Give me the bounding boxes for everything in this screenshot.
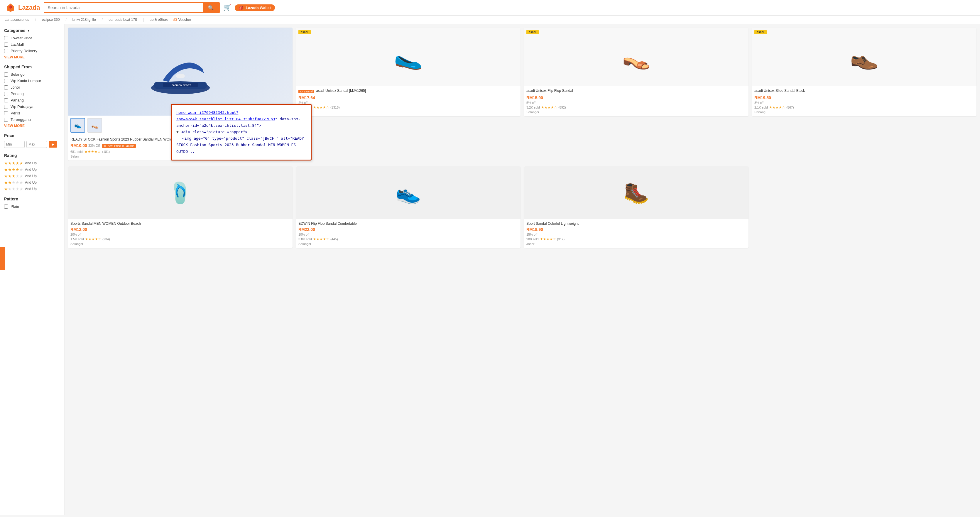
search-button[interactable]: 🔍 [203, 3, 219, 12]
checkbox-selangor[interactable] [4, 73, 8, 76]
product-location-3: Penang [754, 110, 974, 114]
code-url-link[interactable]: home-wear-i3769483343.html?spm=a2o4k.sea… [177, 110, 275, 121]
filter-location-wp-kuala-lumpur[interactable]: Wp Kuala Lumpur [4, 79, 60, 83]
filter-lazmall[interactable]: LazMall [4, 42, 60, 47]
rating-filter-1-stars[interactable]: ★★★★★And Up [4, 187, 60, 191]
product-discount-3: 8% off [754, 101, 974, 105]
product-location-2: Selangor [527, 110, 746, 114]
price-range: ▶ [4, 141, 60, 148]
product-name-3: asadi Unisex Slide Sandal Black [754, 89, 805, 93]
product-card-1[interactable]: asadi 🥿 4.4 LazMall asadi Unisex Sandal … [296, 28, 520, 116]
checkbox-pahang[interactable] [4, 98, 8, 102]
featured-product-stars: ★★★★☆ [84, 150, 101, 154]
checkbox-terengganu[interactable] [4, 118, 8, 122]
product-stars-bottom-4: ★★★★☆ [85, 237, 101, 241]
thumbnail-1[interactable]: 👟 [70, 118, 85, 133]
nav-link-eclipse[interactable]: eclipse 360 [42, 17, 60, 22]
product-sold-bottom-6: 980 sold [527, 237, 539, 241]
location-filters: SelangorWp Kuala LumpurJohorPenangPahang… [4, 72, 60, 122]
voucher-area[interactable]: 🏷 Voucher [173, 17, 191, 22]
filter-location-wp-putrajaya[interactable]: Wp Putrajaya [4, 105, 60, 109]
product-sold-2: 3.2K sold [527, 106, 540, 109]
nav-link-earbuds[interactable]: ear buds boat 170 [108, 17, 137, 22]
filter-plain[interactable]: Plain [4, 204, 60, 208]
header: Lazada 🔍 🛒 🎒 Lazada Wallet [0, 0, 980, 16]
cart-icon[interactable]: 🛒 [223, 4, 231, 11]
search-bar: 🔍 [44, 2, 220, 13]
view-more-1[interactable]: VIEW MORE [4, 55, 60, 59]
product-name-2: asadi Unisex Flip Flop Sandal [527, 89, 573, 93]
product-info-bottom-4: Sports Sandal MEN WOMEN Outdoor Beach RM… [68, 219, 293, 248]
stars-1: ★★★★★ [4, 187, 23, 191]
product-cards-row2: 🩴 Sports Sandal MEN WOMEN Outdoor Beach … [68, 166, 977, 248]
thumbnail-2[interactable]: 👡 [88, 118, 102, 133]
filter-location-pahang[interactable]: Pahang [4, 98, 60, 102]
checkbox-lazmall[interactable] [4, 43, 8, 47]
rating-filter-4-stars[interactable]: ★★★★★And Up [4, 167, 60, 172]
product-price-bottom-6: RM18.90 [527, 227, 746, 232]
product-stars-bottom-5: ★★★★☆ [313, 237, 329, 241]
filter-lowest-price[interactable]: Lowest Price [4, 36, 60, 40]
search-input[interactable] [44, 3, 203, 12]
price-title: Price [4, 133, 60, 138]
checkbox-perlis[interactable] [4, 111, 8, 115]
rating-filter-5-stars[interactable]: ★★★★★And Up [4, 161, 60, 165]
product-sold-3: 2.1K sold [754, 106, 768, 109]
filter-location-terengganu[interactable]: Terengganu [4, 118, 60, 122]
product-stars-bottom-6: ★★★★☆ [540, 237, 556, 241]
product-image-bottom-5: 👟 [296, 166, 520, 219]
product-discount-bottom-5: 10% off [298, 233, 518, 236]
asadi-badge: asadi [527, 30, 539, 34]
side-accent [0, 247, 5, 270]
filter-location-perlis[interactable]: Perlis [4, 111, 60, 115]
shipped-from-title: Shipped From [4, 65, 60, 69]
lazada-logo-icon [5, 2, 16, 13]
product-cards: asadi 🥿 4.4 LazMall asadi Unisex Sandal … [296, 28, 977, 116]
checkbox-priority-delivery[interactable] [4, 49, 8, 53]
checkbox-wp putrajaya[interactable] [4, 105, 8, 109]
checkbox-wp kuala lumpur[interactable] [4, 79, 8, 83]
lazada-wallet[interactable]: 🎒 Lazada Wallet [235, 5, 275, 11]
nav-store-link[interactable]: up & eStore [150, 17, 168, 22]
product-card-bottom-4[interactable]: 🩴 Sports Sandal MEN WOMEN Outdoor Beach … [68, 166, 293, 248]
asadi-badge: asadi [298, 30, 311, 34]
stars-3: ★★★★★ [4, 174, 23, 178]
price-go-button[interactable]: ▶ [49, 141, 57, 148]
checkbox-penang[interactable] [4, 92, 8, 96]
product-price-3: RM19.50 [754, 95, 974, 100]
and-up-1: And Up [25, 187, 37, 191]
product-info-bottom-6: Sport Sandal Colorful Lightweight RM18.9… [524, 219, 748, 248]
product-image-3: asadi 👞 [752, 28, 977, 86]
price-max-input[interactable] [26, 141, 47, 148]
categories-section: Categories ▼ Lowest Price LazMall Priori… [4, 28, 60, 59]
checkbox-lowest-price[interactable] [4, 36, 8, 40]
product-discount-2: 5% off [527, 101, 746, 105]
product-card-bottom-5[interactable]: 👟 EDWIN Flip Flop Sandal Comfortable RM2… [296, 166, 520, 248]
filter-location-penang[interactable]: Penang [4, 92, 60, 96]
checkbox-plain[interactable] [4, 205, 8, 208]
nav-link-car-accessories[interactable]: car accessories [5, 17, 29, 22]
filter-location-selangor[interactable]: Selangor [4, 72, 60, 76]
price-min-input[interactable] [4, 141, 25, 148]
product-card-2[interactable]: asadi 👡 asadi Unisex Flip Flop Sandal RM… [524, 28, 748, 116]
svg-point-2 [176, 74, 185, 78]
filter-priority-delivery[interactable]: Priority Delivery [4, 49, 60, 53]
nav-bar: car accessories / eclipse 360 / bmw 218i… [0, 16, 980, 24]
filter-location-johor[interactable]: Johor [4, 85, 60, 89]
product-card-3[interactable]: asadi 👞 asadi Unisex Slide Sandal Black … [752, 28, 977, 116]
sandal-svg: FASHION SPORT [145, 42, 216, 101]
logo[interactable]: Lazada [5, 2, 40, 13]
product-location-bottom-6: Johor [527, 242, 746, 246]
featured-product-reviews: (181) [102, 150, 110, 153]
product-image-2: asadi 👡 [524, 28, 748, 86]
categories-title[interactable]: Categories ▼ [4, 28, 60, 33]
view-more-2[interactable]: VIEW MORE [4, 124, 60, 128]
rating-filter-3-stars[interactable]: ★★★★★And Up [4, 174, 60, 178]
checkbox-johor[interactable] [4, 85, 8, 89]
nav-link-bmw[interactable]: bmw 218i grille [73, 17, 96, 22]
rating-filter-2-stars[interactable]: ★★★★★And Up [4, 180, 60, 185]
code-div-tag: <div class="picture-wrapper"> [181, 130, 248, 134]
product-info-3: asadi Unisex Slide Sandal Black RM19.50 … [752, 86, 977, 116]
voucher-label: Voucher [178, 17, 191, 22]
product-card-bottom-6[interactable]: 🥾 Sport Sandal Colorful Lightweight RM18… [524, 166, 748, 248]
